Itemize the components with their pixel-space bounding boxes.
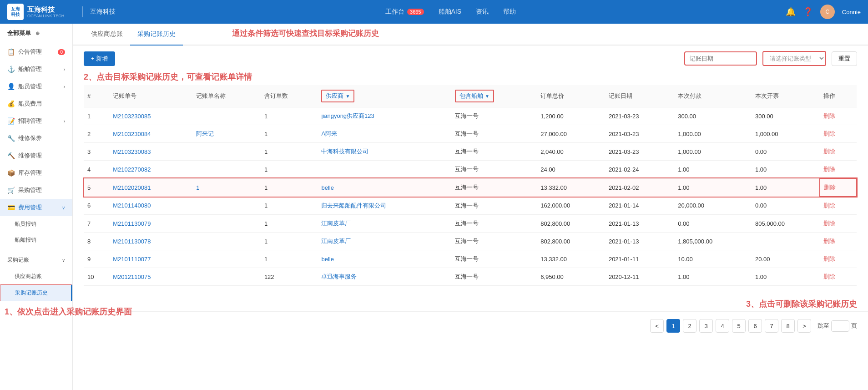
sidebar-item-recruit[interactable]: 📝 招聘管理 › [0,112,72,130]
sidebar-item-ship[interactable]: ⚓ 船舶管理 › [0,61,72,78]
prev-page-button[interactable]: < [650,319,664,333]
cell-name [192,161,261,179]
table-row[interactable]: 5M210202008111belle互海一号13,332.002021-02-… [84,178,857,197]
cell-supplier[interactable]: 中海科技有限公司 [318,143,451,161]
cell-id[interactable]: M2012110075 [109,268,192,286]
cell-name[interactable]: 1 [192,178,261,197]
cell-supplier[interactable]: 归去来船舶配件有限公司 [318,197,451,215]
cell-action[interactable]: 删除 [820,250,857,268]
sidebar-item-maintenance[interactable]: 🔨 维修管理 [0,147,72,164]
sidebar-settings-icon[interactable]: ⊕ [35,30,40,36]
sidebar-sub-supplier-summary[interactable]: 供应商总账 [0,268,72,284]
cell-action[interactable]: 删除 [820,143,857,161]
tab-purchase-history[interactable]: 采购记账历史 [130,24,183,46]
cell-action[interactable]: 删除 [820,268,857,286]
sidebar-label-maintenance: 维修管理 [18,152,42,160]
col-ship-header[interactable]: 包含船舶 ▼ [451,85,537,107]
sidebar-item-crew-fee[interactable]: 💰 船员费用 [0,95,72,112]
cell-id[interactable]: M2101140080 [109,197,192,215]
cell-id[interactable]: M2101130079 [109,215,192,233]
sidebar-label-purchase: 采购管理 [18,186,42,194]
cell-supplier[interactable]: jiangyong供应商123 [318,107,451,125]
table-row[interactable]: 10M2012110075122卓迅海事服务互海一号6,950.002020-1… [84,268,857,286]
cell-payment: 10.00 [674,250,752,268]
sidebar-item-maintenance-keep[interactable]: 🔧 维修保养 [0,130,72,147]
cell-name[interactable]: 阿来记 [192,125,261,143]
cell-ship: 互海一号 [451,107,537,125]
cell-action[interactable]: 删除 [820,197,857,215]
table-row[interactable]: 7M21011300791江南皮革厂互海一号802,800.002021-01-… [84,215,857,233]
tab-supplier-ledger[interactable]: 供应商总账 [84,24,130,46]
cell-supplier[interactable]: 卓迅海事服务 [318,268,451,286]
nav-news[interactable]: 资讯 [476,8,489,16]
cell-id[interactable]: M2101130078 [109,233,192,250]
cell-action[interactable]: 删除 [820,125,857,143]
sidebar-item-crew[interactable]: 👤 船员管理 › [0,78,72,95]
table-row[interactable]: 9M21011100771belle互海一号13,332.002021-01-1… [84,250,857,268]
cell-supplier[interactable]: 江南皮革厂 [318,215,451,233]
cell-total: 13,332.00 [537,178,605,197]
sidebar-sub-ship-sales[interactable]: 船舶报销 [0,232,72,248]
table-row[interactable]: 2M2103230084阿来记1A阿来互海一号27,000.002021-03-… [84,125,857,143]
content-area: 通过条件筛选可快速查找目标采购记账历史 供应商总账 采购记账历史 通过条件筛选可… [73,24,868,390]
sidebar-sub-purchase-history[interactable]: 采购记账历史 [0,284,72,301]
cell-order-count: 1 [261,197,318,215]
next-page-button[interactable]: > [797,319,811,333]
cell-id[interactable]: M2101110077 [109,250,192,268]
nav-logo[interactable]: 互海科技 互海科技 OCEAN LINK TECH [7,4,64,20]
cell-total: 2,040.00 [537,143,605,161]
page-1-button[interactable]: 1 [666,319,680,333]
cell-supplier[interactable]: belle [318,250,451,268]
type-filter-select[interactable]: 请选择记账类型 [762,51,826,66]
col-supplier-header[interactable]: 供应商 ▼ [318,85,451,107]
add-button[interactable]: + 新增 [84,51,115,66]
table-row[interactable]: 3M21032300831中海科技有限公司互海一号2,040.002021-03… [84,143,857,161]
notification-icon[interactable]: 🔔 [786,7,796,17]
date-filter-input[interactable] [684,51,757,66]
sidebar-item-purchase-record[interactable]: 采购记账 ∨ [0,252,72,268]
goto-input[interactable] [831,320,849,332]
table-row[interactable]: 8M21011300781江南皮革厂互海一号802,800.002021-01-… [84,233,857,250]
cell-total: 802,800.00 [537,215,605,233]
sidebar-item-purchase[interactable]: 🛒 采购管理 [0,182,72,199]
table-row[interactable]: 4M21022700821互海一号24.002021-02-241.001.00… [84,161,857,179]
sidebar-item-inventory[interactable]: 📦 库存管理 [0,164,72,182]
nav-company[interactable]: 互海科技 [90,8,116,16]
sidebar-item-expense[interactable]: 💳 费用管理 ∨ [0,199,72,216]
cell-id[interactable]: M2103230084 [109,125,192,143]
cell-action[interactable]: 删除 [820,161,857,179]
cell-supplier[interactable]: A阿来 [318,125,451,143]
nav-help[interactable]: 帮助 [503,8,516,16]
cell-id[interactable]: M2103230083 [109,143,192,161]
page-6-button[interactable]: 6 [748,319,762,333]
page-8-button[interactable]: 8 [781,319,795,333]
cell-action[interactable]: 删除 [820,215,857,233]
sidebar-sub-crew-sales[interactable]: 船员报销 [0,216,72,232]
sidebar-title: 全部菜单 [7,29,31,37]
question-icon[interactable]: ❓ [803,7,813,17]
cell-action[interactable]: 删除 [820,233,857,250]
cell-id[interactable]: M2103230085 [109,107,192,125]
nav-workbench[interactable]: 工作台 3665 [385,8,424,16]
cell-action[interactable]: 删除 [820,107,857,125]
cell-id[interactable]: M2102270082 [109,161,192,179]
cell-supplier[interactable]: belle [318,178,451,197]
avatar[interactable]: C [820,5,835,19]
cell-action[interactable]: 删除 [820,178,857,197]
table-row[interactable]: 1M21032300851jiangyong供应商123互海一号1,200.00… [84,107,857,125]
page-4-button[interactable]: 4 [716,319,729,333]
cell-id[interactable]: M2102020081 [109,178,192,197]
sidebar-header[interactable]: 全部菜单 ⊕ [0,24,72,43]
page-2-button[interactable]: 2 [683,319,696,333]
cell-supplier[interactable] [318,161,451,179]
page-5-button[interactable]: 5 [732,319,746,333]
sidebar-item-announcement[interactable]: 📋 公告管理 0 [0,43,72,61]
page-3-button[interactable]: 3 [699,319,713,333]
reset-button[interactable]: 重置 [832,51,857,66]
cell-payment: 1.00 [674,268,752,286]
page-7-button[interactable]: 7 [765,319,778,333]
cell-supplier[interactable]: 江南皮革厂 [318,233,451,250]
cell-total: 27,000.00 [537,125,605,143]
nav-ship-ais[interactable]: 船舶AIS [439,8,462,16]
table-row[interactable]: 6M21011400801归去来船舶配件有限公司互海一号162,000.0020… [84,197,857,215]
